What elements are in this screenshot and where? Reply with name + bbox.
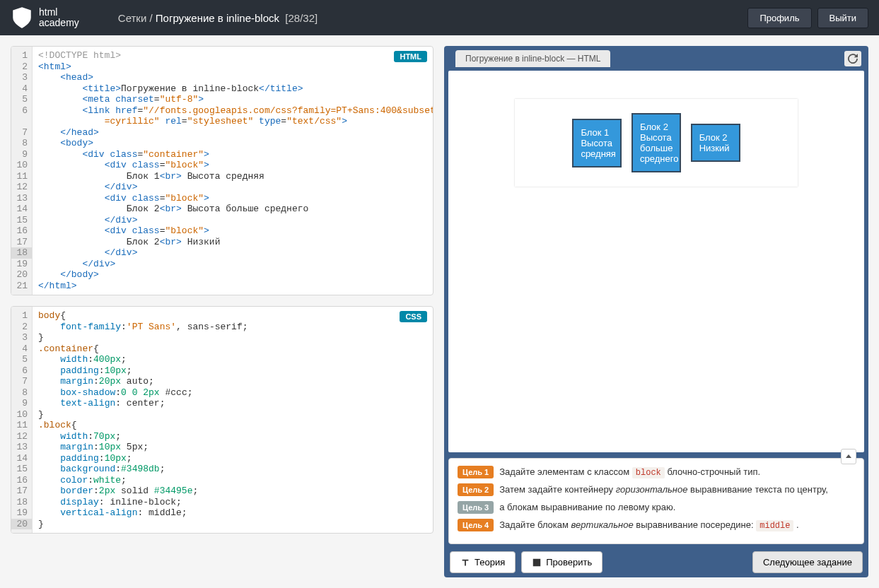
preview-wrapper: Погружение в inline-block — HTML Блок 1В… bbox=[444, 46, 868, 577]
goal-text-4: Задайте блокам вертикальное выравнивание… bbox=[499, 519, 798, 531]
arrow-up-icon bbox=[845, 453, 852, 460]
refresh-icon bbox=[848, 54, 858, 64]
css-code-area[interactable]: 1234567891011121314151617181920 body{ fo… bbox=[11, 307, 433, 533]
demo-block-3: Блок 2Низкий bbox=[691, 124, 740, 162]
goal-row-4: Цель 4 Задайте блокам вертикальное вырав… bbox=[458, 519, 855, 531]
goals-panel: Цель 1 Задайте элементам с классом block… bbox=[448, 458, 864, 544]
logo[interactable]: htmlacademy bbox=[11, 6, 79, 29]
main-layout: HTML 123456789101112131415161718192021 <… bbox=[0, 35, 879, 588]
bottom-bar: Теория Проверить Следующее задание bbox=[448, 551, 864, 573]
breadcrumb-progress: [28/32] bbox=[285, 12, 318, 24]
goal-row-2: Цель 2 Затем задайте контейнеру горизонт… bbox=[458, 483, 855, 496]
font-icon bbox=[460, 558, 470, 568]
css-code[interactable]: body{ font-family:'PT Sans', sans-serif;… bbox=[33, 307, 433, 533]
breadcrumb-category[interactable]: Сетки bbox=[118, 12, 147, 24]
goal-badge-2: Цель 2 bbox=[458, 483, 494, 496]
goals-collapse-button[interactable] bbox=[841, 449, 856, 464]
logout-button[interactable]: Выйти bbox=[817, 8, 869, 28]
goal-text-1: Задайте элементам с классом block блочно… bbox=[499, 466, 760, 478]
demo-block-1: Блок 1Высота средняя bbox=[572, 119, 622, 167]
right-column: Погружение в inline-block — HTML Блок 1В… bbox=[444, 46, 868, 577]
preview-frame: Блок 1Высота средняя Блок 2Высота больше… bbox=[448, 71, 864, 452]
html-editor-panel: HTML 123456789101112131415161718192021 <… bbox=[11, 46, 433, 295]
html-code-area[interactable]: 123456789101112131415161718192021 <!DOCT… bbox=[11, 47, 433, 295]
demo-container: Блок 1Высота средняя Блок 2Высота больше… bbox=[515, 99, 798, 187]
shield-icon bbox=[11, 6, 33, 29]
refresh-button[interactable] bbox=[844, 51, 861, 66]
check-button[interactable]: Проверить bbox=[521, 551, 603, 573]
next-task-button[interactable]: Следующее задание bbox=[752, 551, 863, 573]
goal-text-2: Затем задайте контейнеру горизонтальное … bbox=[499, 483, 828, 496]
html-badge: HTML bbox=[394, 51, 427, 62]
check-icon bbox=[532, 558, 542, 568]
profile-button[interactable]: Профиль bbox=[747, 8, 811, 28]
goal-text-3: а блокам выравнивание по левому краю. bbox=[499, 501, 675, 514]
goal-row-1: Цель 1 Задайте элементам с классом block… bbox=[458, 466, 855, 478]
goal-row-3: Цель 3 а блокам выравнивание по левому к… bbox=[458, 501, 855, 514]
css-badge: CSS bbox=[400, 311, 427, 322]
goal-badge-4: Цель 4 bbox=[458, 519, 494, 531]
css-editor-panel: CSS 1234567891011121314151617181920 body… bbox=[11, 306, 433, 534]
html-code[interactable]: <!DOCTYPE html> <html> <head> <title>Пог… bbox=[33, 47, 433, 295]
breadcrumb: Сетки / Погружение в inline-block [28/32… bbox=[118, 12, 318, 24]
left-column: HTML 123456789101112131415161718192021 <… bbox=[11, 46, 433, 577]
breadcrumb-lesson: Погружение в inline-block bbox=[156, 12, 279, 24]
header-buttons: Профиль Выйти bbox=[747, 8, 868, 28]
theory-button[interactable]: Теория bbox=[450, 551, 516, 573]
app-header: htmlacademy Сетки / Погружение в inline-… bbox=[0, 0, 879, 35]
preview-tab-row: Погружение в inline-block — HTML bbox=[448, 50, 864, 67]
goal-badge-3: Цель 3 bbox=[458, 501, 494, 514]
demo-block-2: Блок 2Высота больше среднего bbox=[631, 113, 681, 172]
html-gutter: 123456789101112131415161718192021 bbox=[11, 47, 33, 295]
css-gutter: 1234567891011121314151617181920 bbox=[11, 307, 33, 533]
logo-text: htmlacademy bbox=[39, 7, 79, 29]
preview-tab[interactable]: Погружение в inline-block — HTML bbox=[455, 50, 610, 67]
goal-badge-1: Цель 1 bbox=[458, 466, 494, 478]
